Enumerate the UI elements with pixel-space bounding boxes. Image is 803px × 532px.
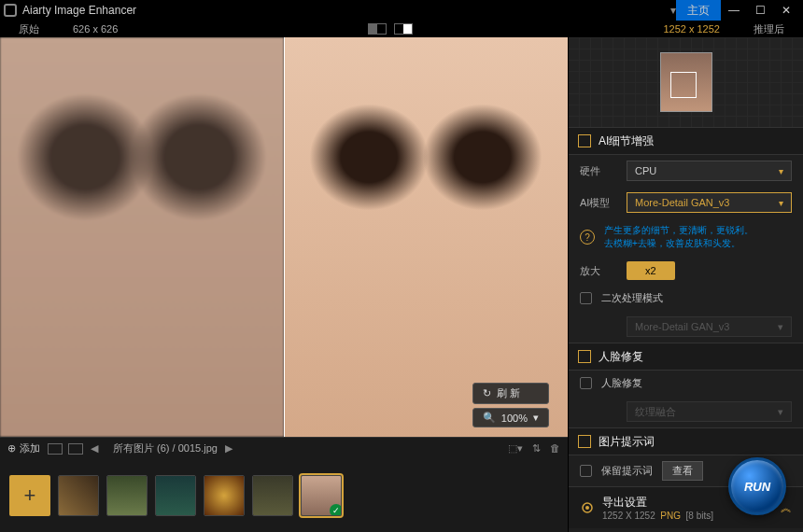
grid-view-icon[interactable] [48,443,63,455]
view-prompt-button[interactable]: 查看 [662,461,703,481]
original-dimensions: 626 x 626 [58,23,133,35]
secondary-select: More-Detail GAN_v3 ▾ [627,316,792,337]
original-label: 原始 [0,22,58,36]
add-button[interactable]: ⊕ 添加 [7,441,40,455]
enhance-icon [578,134,591,147]
thumbnail-item[interactable] [204,475,245,516]
face-repair-checkbox[interactable] [580,377,592,389]
scale-label: 放大 [580,264,617,278]
navigator-panel[interactable] [569,37,803,127]
compare-mode-side-icon[interactable] [394,23,413,35]
help-icon[interactable]: ? [580,230,595,245]
thumbnail-item[interactable] [58,475,99,516]
hardware-label: 硬件 [580,164,617,178]
minimize-button[interactable]: — [721,0,747,21]
thumbnail-item[interactable] [106,475,148,516]
section-face-repair: 人脸修复 [569,343,803,371]
thumbnail-item[interactable] [301,475,342,516]
chevron-down-icon: ▾ [778,321,783,333]
preview-enhanced [284,37,568,437]
hardware-select[interactable]: CPU ▾ [627,161,792,181]
navigator-thumbnail [660,52,712,112]
sort-icon[interactable]: ⇅ [532,442,541,455]
keep-prompt-checkbox[interactable] [580,465,592,477]
thumbnail-add[interactable]: + [9,475,50,516]
thumbnail-item[interactable] [252,475,293,516]
section-prompt: 图片提示词 [569,427,803,455]
thumbnail-strip: + [0,459,568,532]
chevron-up-icon: ︽ [781,500,792,516]
delete-icon[interactable]: 🗑 [550,442,560,455]
home-button[interactable]: 主页 [676,0,721,21]
maximize-button[interactable]: ☐ [747,0,773,21]
refresh-icon: ↻ [483,387,491,399]
face-icon [578,350,591,363]
compare-slider[interactable] [284,37,285,437]
plus-icon: ⊕ [7,442,16,455]
chevron-down-icon: ▾ [779,166,783,176]
preview-original [0,37,284,437]
model-label: AI模型 [580,196,617,210]
compare-mode-split-icon[interactable] [368,23,387,35]
zoom-control[interactable]: 🔍 100% ▾ [472,408,549,427]
chevron-down-icon: ▾ [778,406,783,418]
blend-select: 纹理融合 ▾ [627,401,792,422]
secondary-label: 二次处理模式 [601,291,663,305]
secondary-checkbox[interactable] [580,292,592,304]
zoom-icon: 🔍 [483,412,496,424]
image-icon[interactable]: ⬚▾ [508,442,523,455]
list-view-icon[interactable] [68,443,83,455]
prompt-icon [578,435,591,448]
nav-prev-icon[interactable]: ◀ [91,442,98,455]
chevron-down-icon: ▾ [779,198,783,208]
app-title: Aiarty Image Enhancer [22,4,667,17]
section-detail-enhance: AI细节增强 [569,127,803,155]
app-logo-icon [4,4,17,17]
run-button[interactable]: RUN [728,457,786,515]
chevron-down-icon: ▾ [533,412,539,424]
svg-point-1 [585,506,589,510]
breadcrumb: 所有图片 (6) / 0015.jpg [113,441,218,455]
scale-button[interactable]: x2 [627,261,675,280]
face-repair-label: 人脸修复 [601,376,642,390]
keep-prompt-label: 保留提示词 [601,464,653,478]
gear-icon [580,500,595,515]
model-select[interactable]: More-Detail GAN_v3 ▾ [627,192,792,213]
navigator-viewport[interactable] [670,72,697,98]
enhanced-dimensions: 1252 x 1252 [648,23,735,35]
nav-next-icon[interactable]: ▶ [225,442,232,455]
close-button[interactable]: ✕ [773,0,799,21]
thumbnail-item[interactable] [155,475,196,516]
model-description: 产生更多的细节，更清晰，更锐利。 去模糊+去噪，改善皮肤和头发。 [604,224,754,250]
preview-area[interactable]: ↻ 刷 新 🔍 100% ▾ [0,37,568,437]
after-label: 推理后 [735,22,803,36]
refresh-button[interactable]: ↻ 刷 新 [472,383,549,404]
